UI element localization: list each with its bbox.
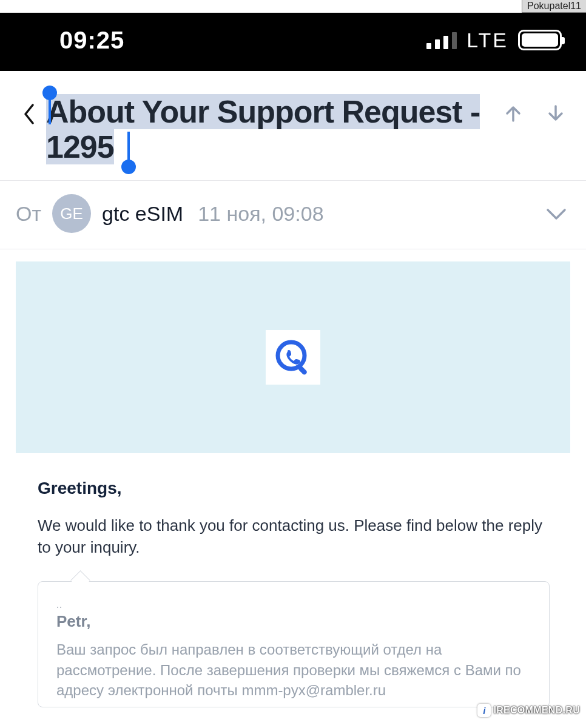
arrow-down-icon [545,103,567,124]
quote-body: Ваш запрос был направлен в соответствующ… [56,639,531,701]
prev-message-button[interactable] [502,103,524,127]
signal-strength-icon [426,31,457,49]
email-body: Greetings, We would like to thank you fo… [0,249,586,707]
quote-addressee: Petr, [56,612,531,631]
network-type: LTE [466,29,508,52]
back-button[interactable] [17,104,41,124]
sender-avatar[interactable]: GE [52,194,91,233]
text-selection-caret-start [49,90,51,124]
greeting: Greetings, [38,479,550,498]
sender-name[interactable]: gtc eSIM [102,202,183,226]
email-from-row: От GE gtc eSIM 11 ноя, 09:08 [0,181,586,249]
watermark-top-right: Pokupatel11 [522,0,586,13]
status-time: 09:25 [24,27,124,54]
next-message-button[interactable] [545,103,567,127]
email-banner [16,261,570,453]
brand-logo [266,330,320,385]
expand-details-button[interactable] [546,202,567,226]
email-subject[interactable]: About Your Support Request - 1295 [46,94,502,164]
reply-quote: .. Petr, Ваш запрос был направлен в соот… [38,581,550,707]
email-header: About Your Support Request - 1295 [0,71,586,181]
watermark-bottom-right: i IRECOMMEND.RU [477,704,580,717]
chevron-left-icon [24,104,35,124]
from-label: От [16,202,41,226]
status-bar: 09:25 LTE [0,13,586,71]
watermark-badge: i [477,704,491,717]
arrow-up-icon [502,103,524,124]
battery-icon [518,30,562,50]
chevron-down-icon [546,207,567,221]
phone-search-icon [274,339,312,376]
watermark-text: IRECOMMEND.RU [493,705,580,716]
intro-text: We would like to thank you for contactin… [38,515,550,558]
svg-point-0 [278,342,305,369]
quote-ellipsis: .. [56,600,531,610]
sent-date: 11 ноя, 09:08 [198,202,323,226]
text-selection-handle-end[interactable] [121,160,136,174]
